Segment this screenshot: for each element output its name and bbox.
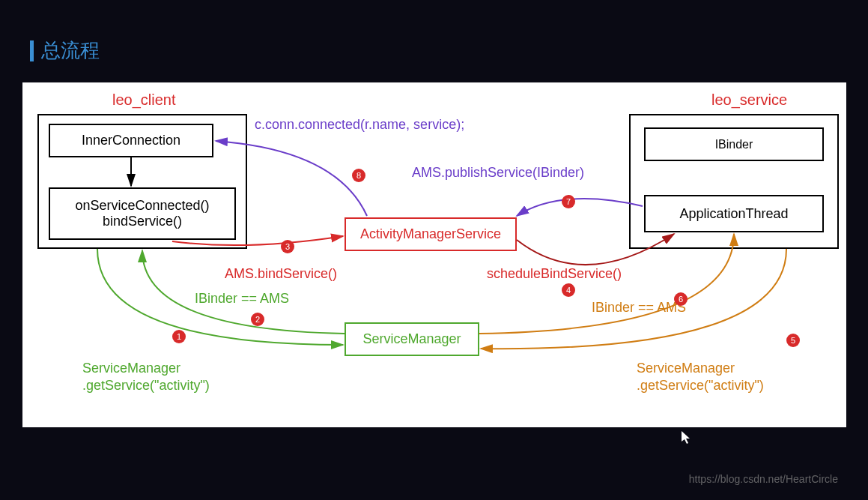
schedule-bind-label: scheduleBindService() [487,266,622,282]
badge-1: 1 [172,330,186,343]
inner-connection-box: InnerConnection [49,124,213,157]
cursor-icon [682,431,692,448]
on-service-connected: onServiceConnected() [75,198,209,214]
title-marker [30,40,34,61]
service-manager-box: ServiceManager [345,322,479,356]
badge-3: 3 [281,240,294,253]
badge-8: 8 [352,169,365,182]
page-title: 总流程 [30,37,100,64]
badge-4: 4 [562,283,575,297]
service-title: leo_service [711,91,787,109]
conn-connected-text: c.conn.connected(r.name, service); [255,117,464,132]
ams-bind-label: AMS.bindService() [225,266,337,282]
watermark: https://blog.csdn.net/HeartCircle [689,473,838,485]
ams-box: ActivityManagerService [345,217,517,251]
app-thread-box: ApplicationThread [644,195,824,232]
client-title: leo_client [112,91,176,109]
badge-7: 7 [562,195,575,208]
sm-get-left-label: ServiceManager .getService("activity") [82,360,210,395]
ibinder-ams-left-label: IBinder == AMS [195,291,289,307]
badge-6: 6 [674,292,688,306]
conn-connected-label: c.conn.connected(r.name, service); [255,116,464,133]
badge-2: 2 [251,313,264,326]
ibinder-box: IBinder [644,127,824,161]
badge-5: 5 [786,334,800,347]
client-methods-box: onServiceConnected() bindService() [49,187,236,240]
diagram-canvas: leo_client InnerConnection onServiceConn… [22,82,846,427]
title-text: 总流程 [41,37,100,64]
publish-service-label: AMS.publishService(IBinder) [412,165,584,181]
bind-service: bindService() [103,214,182,229]
ibinder-ams-right-label: IBinder == AMS [592,300,686,316]
sm-get-right-label: ServiceManager .getService("activity") [637,360,764,395]
